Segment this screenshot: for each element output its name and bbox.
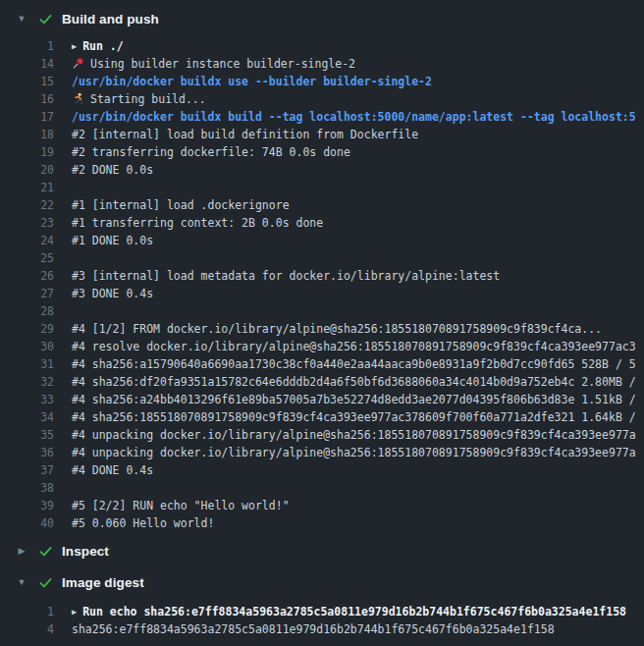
- line-number[interactable]: 15: [0, 73, 54, 90]
- log-text: [54, 479, 72, 497]
- log-line: 24#1 DONE 0.0s: [0, 232, 644, 249]
- log-lines-build-and-push: 1▶Run ./14Using builder instance builder…: [0, 31, 644, 538]
- log-text: #1 [internal] load .dockerignore: [54, 196, 290, 214]
- line-number[interactable]: 17: [0, 108, 54, 126]
- line-number[interactable]: 39: [0, 497, 54, 514]
- line-number[interactable]: 36: [0, 444, 54, 461]
- section-title: Build and push: [62, 12, 159, 27]
- section-title: Image digest: [62, 575, 144, 590]
- log-text: #4 unpacking docker.io/library/alpine@sh…: [54, 426, 636, 444]
- log-text: #1 DONE 0.0s: [54, 232, 153, 249]
- log-line: 36#4 unpacking docker.io/library/alpine@…: [0, 444, 644, 461]
- line-number[interactable]: 4: [0, 620, 54, 638]
- line-number[interactable]: 19: [0, 143, 54, 161]
- log-line: 19#2 transferring dockerfile: 74B 0.0s d…: [0, 143, 644, 161]
- line-number[interactable]: 40: [0, 514, 54, 532]
- line-number[interactable]: 16: [0, 90, 54, 108]
- line-number[interactable]: 18: [0, 126, 54, 143]
- log-group-line[interactable]: 1▶Run ./: [0, 37, 644, 55]
- log-text: #2 DONE 0.0s: [54, 161, 153, 179]
- log-text: #3 [internal] load metadata for docker.i…: [54, 267, 500, 285]
- log-text: [54, 302, 72, 320]
- log-text: #1 transferring context: 2B 0.0s done: [54, 214, 323, 232]
- line-number[interactable]: 33: [0, 391, 54, 408]
- log-line: 30#4 resolve docker.io/library/alpine@sh…: [0, 338, 644, 355]
- log-text: sha256:e7ff8834a5963a2785c5a0811e979d16b…: [54, 620, 555, 638]
- log-line: 39#5 [2/2] RUN echo "Hello world!": [0, 497, 644, 514]
- log-line: 20#2 DONE 0.0s: [0, 161, 644, 179]
- check-icon: [37, 543, 53, 559]
- log-text: #4 sha256:df20fa9351a15782c64e6dddb2d4a6…: [54, 373, 636, 391]
- log-line: 31#4 sha256:a15790640a6690aa1730c38cf0a4…: [0, 355, 644, 373]
- line-number[interactable]: 28: [0, 302, 54, 320]
- log-text: #2 transferring dockerfile: 74B 0.0s don…: [54, 143, 350, 161]
- log-text: #4 resolve docker.io/library/alpine@sha2…: [54, 338, 636, 355]
- check-icon: [37, 11, 53, 27]
- line-number[interactable]: 20: [0, 161, 54, 179]
- log-line: 4sha256:e7ff8834a5963a2785c5a0811e979d16…: [0, 620, 644, 638]
- log-line: 34#4 sha256:185518070891758909c9f839cf4c…: [0, 408, 644, 426]
- line-number[interactable]: 37: [0, 461, 54, 479]
- line-number[interactable]: 31: [0, 355, 54, 373]
- log-line: 35#4 unpacking docker.io/library/alpine@…: [0, 426, 644, 444]
- line-number[interactable]: 24: [0, 232, 54, 249]
- chevron-down-icon: ▼: [15, 15, 28, 24]
- line-number[interactable]: 30: [0, 338, 54, 355]
- section-title: Inspect: [62, 544, 109, 559]
- log-text: #5 0.060 Hello world!: [54, 514, 214, 532]
- line-number[interactable]: 29: [0, 320, 54, 338]
- expand-arrow-icon: ▶: [72, 37, 77, 55]
- section-header-image-digest[interactable]: ▼ Image digest: [0, 569, 644, 595]
- log-line: 16Starting build...: [0, 90, 644, 108]
- log-text: Using builder instance builder-single-2: [54, 55, 355, 73]
- log-text: #4 unpacking docker.io/library/alpine@sh…: [54, 444, 636, 461]
- log-line: 27#3 DONE 0.4s: [0, 285, 644, 302]
- log-line: 40#5 0.060 Hello world!: [0, 514, 644, 532]
- log-lines-image-digest: 1▶Run echo sha256:e7ff8834a5963a2785c5a0…: [0, 595, 644, 644]
- line-number[interactable]: 1: [0, 37, 54, 55]
- section-header-build-and-push[interactable]: ▼ Build and push: [0, 6, 644, 31]
- log-text: #4 [1/2] FROM docker.io/library/alpine@s…: [54, 320, 602, 338]
- log-group-line[interactable]: 1▶Run echo sha256:e7ff8834a5963a2785c5a0…: [0, 603, 644, 620]
- log-line: 28: [0, 302, 644, 320]
- log-line: 26#3 [internal] load metadata for docker…: [0, 267, 644, 285]
- chevron-right-icon: ▶: [15, 547, 28, 556]
- log-text: /usr/bin/docker buildx use --builder bui…: [54, 73, 432, 90]
- line-number[interactable]: 1: [0, 603, 54, 620]
- log-line: 17/usr/bin/docker buildx build --tag loc…: [0, 108, 644, 126]
- log-text: #2 [internal] load build definition from…: [54, 126, 418, 143]
- runner-icon: [72, 90, 86, 108]
- line-number[interactable]: 14: [0, 55, 54, 73]
- line-number[interactable]: 32: [0, 373, 54, 391]
- log-text: #5 [2/2] RUN echo "Hello world!": [54, 497, 290, 514]
- line-number[interactable]: 38: [0, 479, 54, 497]
- check-icon: [37, 574, 53, 590]
- log-text: [54, 179, 72, 196]
- line-number[interactable]: 25: [0, 249, 54, 267]
- workflow-log-viewer: ▼ Build and push 1▶Run ./14Using builder…: [0, 6, 644, 646]
- line-number[interactable]: 34: [0, 408, 54, 426]
- line-number[interactable]: 23: [0, 214, 54, 232]
- line-number[interactable]: 27: [0, 285, 54, 302]
- log-line: 32#4 sha256:df20fa9351a15782c64e6dddb2d4…: [0, 373, 644, 391]
- log-text: /usr/bin/docker buildx build --tag local…: [54, 108, 636, 126]
- pushpin-icon: [72, 55, 86, 73]
- log-text: #3 DONE 0.4s: [54, 285, 153, 302]
- line-number[interactable]: 22: [0, 196, 54, 214]
- log-line: 22#1 [internal] load .dockerignore: [0, 196, 644, 214]
- log-text: #4 sha256:185518070891758909c9f839cf4ca3…: [54, 408, 636, 426]
- log-line: 29#4 [1/2] FROM docker.io/library/alpine…: [0, 320, 644, 338]
- log-line: 37#4 DONE 0.4s: [0, 461, 644, 479]
- log-text: [54, 249, 72, 267]
- line-number[interactable]: 21: [0, 179, 54, 196]
- log-line: 38: [0, 479, 644, 497]
- line-number[interactable]: 35: [0, 426, 54, 444]
- log-text: #4 DONE 0.4s: [54, 461, 153, 479]
- section-header-inspect[interactable]: ▶ Inspect: [0, 538, 644, 564]
- log-text: #4 sha256:a15790640a6690aa1730c38cf0a440…: [54, 355, 636, 373]
- log-line: 23#1 transferring context: 2B 0.0s done: [0, 214, 644, 232]
- line-number[interactable]: 26: [0, 267, 54, 285]
- log-text: ▶Run ./: [54, 37, 124, 55]
- log-text: ▶Run echo sha256:e7ff8834a5963a2785c5a08…: [54, 603, 626, 620]
- log-line: 21: [0, 179, 644, 196]
